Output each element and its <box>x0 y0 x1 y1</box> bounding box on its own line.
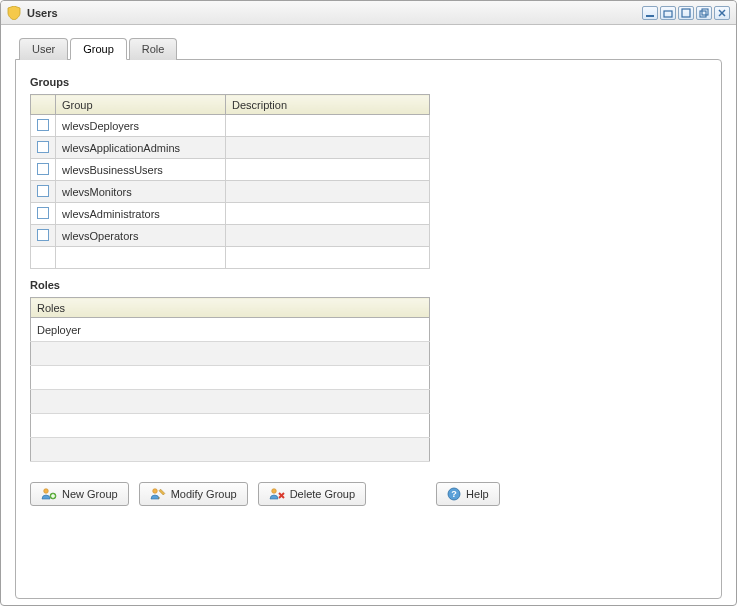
cell-group[interactable]: wlevsMonitors <box>56 181 226 203</box>
shield-icon <box>7 6 21 20</box>
svg-rect-0 <box>646 15 654 17</box>
col-roles: Roles <box>31 298 430 318</box>
groups-table: Group Description wlevsDeployers wlevsAp… <box>30 94 430 269</box>
minimize-button[interactable] <box>642 6 658 20</box>
modify-group-button[interactable]: Modify Group <box>139 482 248 506</box>
window-buttons <box>642 6 730 20</box>
tab-group[interactable]: Group <box>70 38 127 60</box>
users-plus-icon <box>41 487 57 501</box>
cell-desc <box>226 203 430 225</box>
new-group-button[interactable]: New Group <box>30 482 129 506</box>
row-checkbox[interactable] <box>37 207 49 219</box>
table-row: wlevsMonitors <box>31 181 430 203</box>
users-x-icon <box>269 487 285 501</box>
cell-desc <box>226 225 430 247</box>
col-description: Description <box>226 95 430 115</box>
cell-group[interactable]: wlevsBusinessUsers <box>56 159 226 181</box>
row-checkbox[interactable] <box>37 229 49 241</box>
table-row <box>31 247 430 269</box>
table-row <box>31 414 430 438</box>
new-group-label: New Group <box>62 488 118 500</box>
window-title: Users <box>27 7 642 19</box>
help-icon: ? <box>447 487 461 501</box>
cell-role <box>31 438 430 462</box>
help-label: Help <box>466 488 489 500</box>
cell-role <box>31 366 430 390</box>
col-checkbox <box>31 95 56 115</box>
table-row <box>31 366 430 390</box>
table-row: wlevsBusinessUsers <box>31 159 430 181</box>
delete-group-button[interactable]: Delete Group <box>258 482 366 506</box>
cell-role[interactable]: Deployer <box>31 318 430 342</box>
table-row <box>31 438 430 462</box>
svg-text:?: ? <box>451 489 457 499</box>
button-bar: New Group Modify Group <box>30 482 707 506</box>
users-pencil-icon <box>150 487 166 501</box>
row-checkbox[interactable] <box>37 163 49 175</box>
cell-role <box>31 414 430 438</box>
tab-role[interactable]: Role <box>129 38 178 60</box>
svg-rect-12 <box>159 489 165 495</box>
table-row: Deployer <box>31 318 430 342</box>
cell-desc <box>226 159 430 181</box>
svg-rect-4 <box>702 9 708 15</box>
table-row: wlevsApplicationAdmins <box>31 137 430 159</box>
svg-point-7 <box>44 489 49 494</box>
table-row: wlevsAdministrators <box>31 203 430 225</box>
cell-group[interactable]: wlevsAdministrators <box>56 203 226 225</box>
svg-point-14 <box>271 489 276 494</box>
tab-strip: User Group Role <box>19 37 722 59</box>
row-checkbox[interactable] <box>37 141 49 153</box>
cell-group[interactable]: wlevsOperators <box>56 225 226 247</box>
row-checkbox[interactable] <box>37 119 49 131</box>
cell-desc <box>226 137 430 159</box>
svg-point-11 <box>152 489 157 494</box>
cell-role <box>31 390 430 414</box>
tab-panel: Groups Group Description wlevsDeployers <box>15 59 722 599</box>
popup-button[interactable] <box>696 6 712 20</box>
table-row: wlevsDeployers <box>31 115 430 137</box>
cell-role <box>31 342 430 366</box>
svg-rect-3 <box>700 11 706 17</box>
content-area: User Group Role Groups Group Description <box>1 25 736 606</box>
col-group: Group <box>56 95 226 115</box>
cell-group[interactable]: wlevsDeployers <box>56 115 226 137</box>
cell-group[interactable]: wlevsApplicationAdmins <box>56 137 226 159</box>
cell-desc <box>226 181 430 203</box>
svg-rect-2 <box>682 9 690 17</box>
table-row <box>31 342 430 366</box>
modify-group-label: Modify Group <box>171 488 237 500</box>
groups-label: Groups <box>30 76 707 88</box>
table-row <box>31 390 430 414</box>
help-button[interactable]: ? Help <box>436 482 500 506</box>
tab-user[interactable]: User <box>19 38 68 60</box>
close-button[interactable] <box>714 6 730 20</box>
titlebar: Users <box>1 1 736 25</box>
row-checkbox[interactable] <box>37 185 49 197</box>
roles-label: Roles <box>30 279 707 291</box>
users-window: Users User Group Role Groups Group Descr… <box>0 0 737 606</box>
table-row: wlevsOperators <box>31 225 430 247</box>
delete-group-label: Delete Group <box>290 488 355 500</box>
roles-table: Roles Deployer <box>30 297 430 462</box>
maximize-button[interactable] <box>678 6 694 20</box>
cell-desc <box>226 115 430 137</box>
restore-button[interactable] <box>660 6 676 20</box>
svg-rect-1 <box>664 11 672 17</box>
